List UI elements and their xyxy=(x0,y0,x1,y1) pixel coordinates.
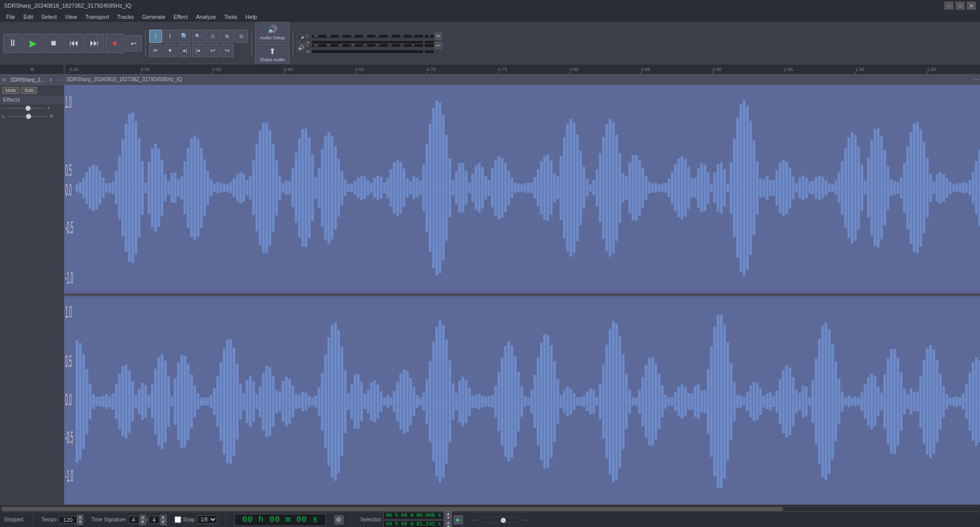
svg-rect-479 xyxy=(786,365,788,438)
effects-label[interactable]: Effects xyxy=(0,95,64,104)
close-button[interactable]: ✕ xyxy=(967,2,976,10)
tempo-down[interactable]: ▼ xyxy=(77,520,83,525)
stop-button[interactable]: ■ xyxy=(44,34,63,53)
gain-plus[interactable]: + xyxy=(47,106,50,111)
svg-rect-548 xyxy=(900,177,902,198)
menu-item-view[interactable]: View xyxy=(61,13,81,21)
minimize-button[interactable]: ─ xyxy=(944,2,953,10)
svg-rect-135 xyxy=(223,348,225,454)
svg-rect-553 xyxy=(906,394,909,409)
snap-select[interactable]: 1/8 1/4 1/2 1 xyxy=(197,515,217,524)
horizontal-scrollbar[interactable] xyxy=(1,506,979,511)
svg-rect-155 xyxy=(256,394,258,409)
sel-start-up[interactable]: ▲ xyxy=(445,511,452,515)
svg-rect-517 xyxy=(847,396,850,407)
mute-button[interactable]: Mute xyxy=(2,87,19,94)
svg-rect-194 xyxy=(321,149,324,227)
time-sig-den-down[interactable]: ▼ xyxy=(160,520,166,525)
audio-setup-button[interactable]: 🔊 Audio Setup xyxy=(255,22,289,43)
multi-tool[interactable]: ✦ xyxy=(163,44,177,57)
time-sig-num[interactable] xyxy=(128,516,139,524)
svg-rect-292 xyxy=(481,167,484,209)
restore-button[interactable]: □ xyxy=(955,2,965,10)
zoom-fit-btn[interactable]: ⊡ xyxy=(206,30,219,43)
svg-rect-532 xyxy=(874,129,876,246)
settings-icon[interactable]: ⚙ xyxy=(30,67,34,72)
zoom-sel-btn[interactable]: ⊞ xyxy=(220,30,234,43)
time-settings-btn[interactable]: ⚙ xyxy=(334,515,344,524)
gain-minus[interactable]: - xyxy=(2,106,4,111)
input-meter-icon[interactable]: 🎤 xyxy=(297,35,306,43)
track-menu[interactable]: ··· xyxy=(57,76,62,83)
sel-end-down[interactable]: ▼ xyxy=(445,524,452,527)
menu-item-analyze[interactable]: Analyze xyxy=(192,13,220,21)
track-close[interactable]: ✕ xyxy=(2,77,6,83)
svg-rect-330 xyxy=(543,156,546,221)
zoom-all-btn[interactable]: ⊟ xyxy=(235,30,248,43)
draw-tool[interactable]: ✏ xyxy=(149,44,162,57)
sel-start-down[interactable]: ▼ xyxy=(445,515,452,519)
play-button[interactable]: ▶ xyxy=(23,34,43,53)
zoom-in-btn[interactable]: 🔍 xyxy=(178,30,191,43)
svg-rect-141 xyxy=(233,348,235,456)
tempo-input[interactable] xyxy=(59,516,77,524)
pause-button[interactable]: ⏸ xyxy=(3,34,22,53)
input-meter-settings[interactable]: ⟳ xyxy=(435,33,442,40)
svg-rect-99 xyxy=(164,361,166,442)
svg-rect-402 xyxy=(661,183,664,192)
svg-rect-108 xyxy=(180,176,183,200)
skip-back-button[interactable]: ⏮ xyxy=(64,34,84,53)
cursor-tool[interactable]: I xyxy=(149,30,162,43)
svg-rect-472 xyxy=(775,170,778,206)
svg-rect-415 xyxy=(680,385,683,418)
svg-rect-514 xyxy=(844,148,847,227)
svg-rect-49 xyxy=(82,354,85,449)
menu-item-transport[interactable]: Transport xyxy=(81,13,113,21)
speed-thumb[interactable] xyxy=(501,518,506,523)
sep-status xyxy=(33,515,33,525)
menu-item-tracks[interactable]: Tracks xyxy=(113,13,138,21)
track-options-menu[interactable]: ··· xyxy=(974,77,978,82)
track-up-arrow[interactable]: ∧ xyxy=(49,77,53,82)
svg-text:0.0: 0.0 xyxy=(65,180,72,199)
time-sig-num-down[interactable]: ▼ xyxy=(140,520,146,525)
svg-rect-470 xyxy=(772,180,775,196)
menu-item-effect[interactable]: Effect xyxy=(169,13,192,21)
trim-left-btn[interactable]: ◄| xyxy=(178,44,191,57)
menu-item-generate[interactable]: Generate xyxy=(138,13,169,21)
svg-rect-145 xyxy=(239,384,242,419)
menu-item-select[interactable]: Select xyxy=(37,13,61,21)
trim-right-btn[interactable]: |► xyxy=(192,44,205,57)
menu-item-file[interactable]: File xyxy=(2,13,19,21)
redo-btn[interactable]: ↪ xyxy=(220,44,234,57)
output-meter-icon[interactable]: 🔊 xyxy=(297,44,306,52)
time-sig-den-up[interactable]: ▲ xyxy=(160,515,166,520)
snap-checkbox[interactable] xyxy=(175,516,181,523)
pan-slider[interactable] xyxy=(8,113,48,119)
time-sig-num-up[interactable]: ▲ xyxy=(140,515,146,520)
speed-slider[interactable] xyxy=(480,517,521,523)
svg-rect-56 xyxy=(95,166,98,209)
loop-button[interactable]: ↩ xyxy=(126,35,142,52)
solo-button[interactable]: Solo xyxy=(21,87,37,94)
tempo-up[interactable]: ▲ xyxy=(77,515,83,520)
zoom-out-btn[interactable]: 🔍- xyxy=(192,30,205,43)
undo-btn[interactable]: ↩ xyxy=(206,44,219,57)
gain-slider[interactable] xyxy=(5,105,46,111)
svg-text:0.75: 0.75 xyxy=(498,67,507,72)
svg-rect-93 xyxy=(154,369,157,435)
record-button[interactable]: ● xyxy=(105,34,125,53)
scrollbar-thumb[interactable] xyxy=(2,507,783,511)
output-meter-settings[interactable]: ↩ xyxy=(435,42,442,49)
menu-item-help[interactable]: Help xyxy=(241,13,261,21)
play-selection-btn[interactable]: ▶ xyxy=(454,515,463,524)
waveform-display[interactable]: 1.0 0.5 0.0 -0.5 -1.0 // Generate wavefo… xyxy=(64,85,980,505)
time-sig-den[interactable] xyxy=(149,516,160,524)
envelope-tool[interactable]: ⌇ xyxy=(163,30,177,43)
sel-end-up[interactable]: ▲ xyxy=(445,520,452,524)
menu-item-edit[interactable]: Edit xyxy=(19,13,37,21)
share-audio-button[interactable]: ⬆ Share Audio xyxy=(255,44,289,65)
menu-item-tools[interactable]: Tools xyxy=(220,13,241,21)
svg-rect-519 xyxy=(851,397,853,405)
skip-forward-button[interactable]: ⏭ xyxy=(85,34,104,53)
